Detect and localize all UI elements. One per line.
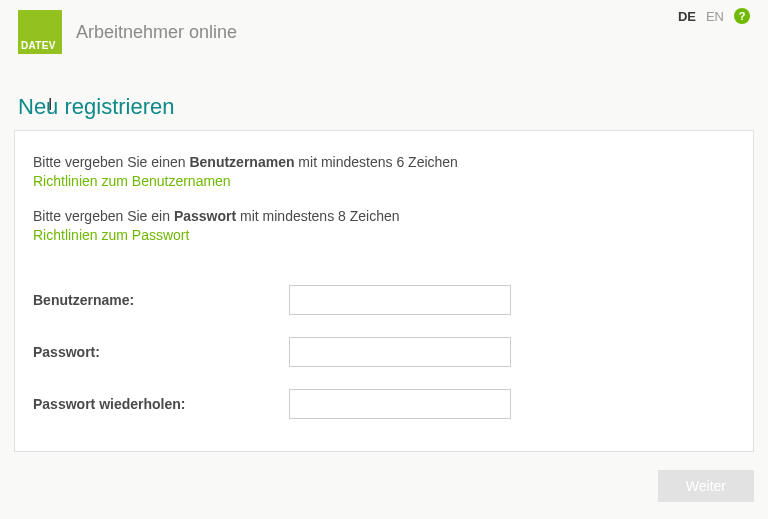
lang-en[interactable]: EN <box>706 9 724 24</box>
instr-text: Bitte vergeben Sie ein <box>33 208 174 224</box>
instr-text: mit mindestens 8 Zeichen <box>236 208 399 224</box>
instr-bold: Benutzernamen <box>189 154 294 170</box>
password-guidelines-link[interactable]: Richtlinien zum Passwort <box>33 227 735 243</box>
form-area: Benutzername: Passwort: Passwort wiederh… <box>33 285 735 419</box>
password-instruction: Bitte vergeben Sie ein Passwort mit mind… <box>33 207 735 225</box>
password-repeat-row: Passwort wiederholen: <box>33 389 735 419</box>
footer: Weiter <box>0 452 768 502</box>
password-repeat-label: Passwort wiederholen: <box>33 396 289 412</box>
username-input[interactable] <box>289 285 511 315</box>
username-guidelines-link[interactable]: Richtlinien zum Benutzernamen <box>33 173 735 189</box>
instr-text: mit mindestens 6 Zeichen <box>294 154 457 170</box>
datev-logo: DATEV <box>18 10 62 54</box>
page-title: Neu registrieren I <box>18 94 750 120</box>
lang-help-group: DE EN ? <box>678 8 750 24</box>
page-title-text: Neu registrieren <box>18 94 175 119</box>
instr-text: Bitte vergeben Sie einen <box>33 154 189 170</box>
help-icon[interactable]: ? <box>734 8 750 24</box>
password-label: Passwort: <box>33 344 289 360</box>
logo-text: DATEV <box>21 40 56 51</box>
username-row: Benutzername: <box>33 285 735 315</box>
username-instruction: Bitte vergeben Sie einen Benutzernamen m… <box>33 153 735 171</box>
password-row: Passwort: <box>33 337 735 367</box>
username-label: Benutzername: <box>33 292 289 308</box>
lang-de[interactable]: DE <box>678 9 696 24</box>
password-repeat-input[interactable] <box>289 389 511 419</box>
app-title: Arbeitnehmer online <box>76 22 237 43</box>
instr-bold: Passwort <box>174 208 236 224</box>
registration-panel: Bitte vergeben Sie einen Benutzernamen m… <box>14 130 754 452</box>
app-header: DATEV Arbeitnehmer online DE EN ? <box>0 0 768 62</box>
password-input[interactable] <box>289 337 511 367</box>
next-button[interactable]: Weiter <box>658 470 754 502</box>
